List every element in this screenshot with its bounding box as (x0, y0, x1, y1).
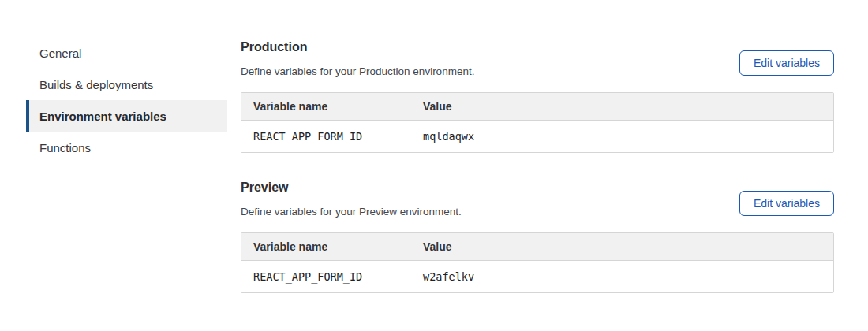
variable-value-cell: mqldaqwx (423, 130, 833, 143)
table-header-row: Variable name Value (241, 93, 833, 121)
table-header-row: Variable name Value (241, 233, 833, 261)
sidebar-item-label: Environment variables (39, 110, 166, 123)
sidebar-item-label: Builds & deployments (39, 78, 153, 91)
preview-section-text: Preview Define variables for your Previe… (241, 180, 462, 218)
table-row: REACT_APP_FORM_ID w2afelkv (241, 261, 833, 292)
sidebar-item-label: General (39, 46, 81, 60)
sidebar-item-builds-deployments[interactable]: Builds & deployments (26, 69, 227, 100)
preview-section: Preview Define variables for your Previe… (241, 180, 834, 293)
section-description-production: Define variables for your Production env… (241, 65, 474, 78)
sidebar-item-label: Functions (39, 141, 91, 154)
settings-page: General Builds & deployments Environment… (0, 0, 868, 293)
edit-variables-button-production[interactable]: Edit variables (739, 50, 834, 76)
variable-name-cell: REACT_APP_FORM_ID (241, 130, 423, 143)
preview-variables-table: Variable name Value REACT_APP_FORM_ID w2… (241, 232, 834, 293)
column-header-value: Value (423, 100, 833, 113)
sidebar-item-functions[interactable]: Functions (26, 132, 227, 163)
column-header-variable-name: Variable name (241, 240, 423, 253)
section-description-preview: Define variables for your Preview enviro… (241, 205, 462, 218)
column-header-variable-name: Variable name (241, 100, 423, 113)
section-title-production: Production (241, 39, 474, 55)
variable-value-cell: w2afelkv (423, 270, 833, 283)
variable-name-cell: REACT_APP_FORM_ID (241, 270, 423, 283)
preview-section-header: Preview Define variables for your Previe… (241, 180, 834, 218)
sidebar-item-general[interactable]: General (26, 37, 227, 69)
sidebar-item-environment-variables[interactable]: Environment variables (26, 100, 227, 132)
production-variables-table: Variable name Value REACT_APP_FORM_ID mq… (241, 92, 834, 153)
production-section-header: Production Define variables for your Pro… (241, 39, 834, 78)
table-row: REACT_APP_FORM_ID mqldaqwx (241, 121, 833, 152)
edit-variables-button-preview[interactable]: Edit variables (739, 191, 834, 216)
environment-variables-panel: Production Define variables for your Pro… (241, 0, 834, 293)
production-section: Production Define variables for your Pro… (241, 39, 834, 153)
column-header-value: Value (423, 240, 833, 253)
section-title-preview: Preview (241, 180, 462, 195)
settings-sidebar: General Builds & deployments Environment… (26, 0, 227, 293)
production-section-text: Production Define variables for your Pro… (241, 39, 474, 78)
